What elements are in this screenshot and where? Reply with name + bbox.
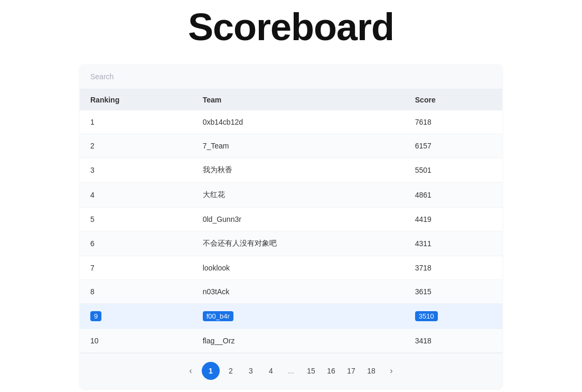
search-input[interactable] bbox=[90, 72, 492, 81]
pagination-row: ‹ 1 2 3 4 ... 15 16 17 18 › bbox=[80, 353, 502, 388]
cell-score: 3718 bbox=[405, 256, 502, 280]
cell-score: 3418 bbox=[405, 329, 502, 353]
scoreboard-container: Ranking Team Score 10xb14cb12d761827_Tea… bbox=[80, 64, 502, 388]
table-row: 9f00_b4r3510 bbox=[80, 304, 502, 329]
cell-score: 7618 bbox=[405, 110, 502, 134]
page-button-18[interactable]: 18 bbox=[362, 362, 380, 380]
cell-ranking: 5 bbox=[80, 208, 192, 231]
cell-ranking: 6 bbox=[80, 231, 192, 256]
page-button-4[interactable]: 4 bbox=[262, 362, 280, 380]
cell-team: 不会还有人没有对象吧 bbox=[192, 231, 405, 256]
page-button-2[interactable]: 2 bbox=[222, 362, 240, 380]
table-row: 8n03tAck3615 bbox=[80, 280, 502, 304]
table-row: 50ld_Gunn3r4419 bbox=[80, 208, 502, 231]
scoreboard-table: Ranking Team Score 10xb14cb12d761827_Tea… bbox=[80, 89, 502, 353]
col-team-header: Team bbox=[192, 89, 405, 110]
cell-team: 大红花 bbox=[192, 183, 405, 208]
next-page-button[interactable]: › bbox=[382, 362, 400, 380]
page-container: Scoreboard Ranking Team Score 10xb14cb12… bbox=[0, 0, 582, 392]
table-row: 4大红花4861 bbox=[80, 183, 502, 208]
table-body: 10xb14cb12d761827_Team61573我为秋香55014大红花4… bbox=[80, 110, 502, 353]
page-button-3[interactable]: 3 bbox=[242, 362, 260, 380]
cell-ranking: 3 bbox=[80, 158, 192, 183]
page-button-16[interactable]: 16 bbox=[322, 362, 340, 380]
cell-team: f00_b4r bbox=[192, 304, 405, 329]
cell-team: 0xb14cb12d bbox=[192, 110, 405, 134]
col-ranking-header: Ranking bbox=[80, 89, 192, 110]
page-dots: ... bbox=[282, 362, 300, 380]
table-row: 10flag__Orz3418 bbox=[80, 329, 502, 353]
table-row: 7looklook3718 bbox=[80, 256, 502, 280]
cell-team: looklook bbox=[192, 256, 405, 280]
page-button-15[interactable]: 15 bbox=[302, 362, 320, 380]
cell-ranking: 8 bbox=[80, 280, 192, 304]
cell-team: flag__Orz bbox=[192, 329, 405, 353]
cell-score: 3615 bbox=[405, 280, 502, 304]
search-row bbox=[80, 64, 502, 89]
cell-score: 4419 bbox=[405, 208, 502, 231]
cell-ranking: 2 bbox=[80, 134, 192, 158]
cell-ranking: 4 bbox=[80, 183, 192, 208]
cell-score: 4311 bbox=[405, 231, 502, 256]
cell-team: n03tAck bbox=[192, 280, 405, 304]
header-row: Ranking Team Score bbox=[80, 89, 502, 110]
cell-score: 5501 bbox=[405, 158, 502, 183]
cell-score: 6157 bbox=[405, 134, 502, 158]
table-header: Ranking Team Score bbox=[80, 89, 502, 110]
table-row: 3我为秋香5501 bbox=[80, 158, 502, 183]
cell-ranking: 1 bbox=[80, 110, 192, 134]
col-score-header: Score bbox=[405, 89, 502, 110]
table-row: 6不会还有人没有对象吧4311 bbox=[80, 231, 502, 256]
prev-page-button[interactable]: ‹ bbox=[182, 362, 200, 380]
cell-team: 0ld_Gunn3r bbox=[192, 208, 405, 231]
team-badge: f00_b4r bbox=[203, 311, 233, 321]
cell-score: 3510 bbox=[405, 304, 502, 329]
cell-score: 4861 bbox=[405, 183, 502, 208]
cell-team: 我为秋香 bbox=[192, 158, 405, 183]
cell-ranking: 7 bbox=[80, 256, 192, 280]
table-row: 10xb14cb12d7618 bbox=[80, 110, 502, 134]
page-button-1[interactable]: 1 bbox=[202, 362, 220, 380]
page-button-17[interactable]: 17 bbox=[342, 362, 360, 380]
ranking-badge: 9 bbox=[90, 311, 101, 321]
table-row: 27_Team6157 bbox=[80, 134, 502, 158]
score-badge: 3510 bbox=[415, 311, 438, 321]
page-title: Scoreboard bbox=[188, 5, 394, 49]
cell-ranking: 9 bbox=[80, 304, 192, 329]
cell-ranking: 10 bbox=[80, 329, 192, 353]
cell-team: 7_Team bbox=[192, 134, 405, 158]
